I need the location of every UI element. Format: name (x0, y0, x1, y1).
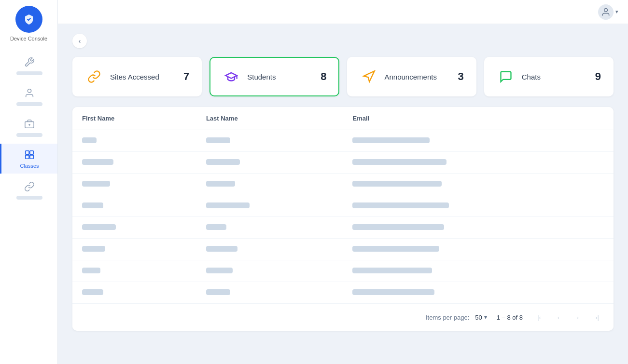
table-cell-first-name (72, 174, 196, 195)
items-per-page-selector[interactable]: 50 ▾ (475, 314, 487, 321)
data-table: First Name Last Name Email (72, 107, 614, 303)
table-body (72, 130, 614, 304)
students-label: Students (247, 73, 314, 81)
students-value: 8 (321, 70, 326, 83)
topbar-chevron-icon[interactable]: ▾ (615, 9, 618, 15)
table-cell-first-name (72, 130, 196, 152)
sites-accessed-label: Sites Accessed (110, 73, 177, 81)
col-email: Email (343, 107, 614, 130)
col-last-name: Last Name (196, 107, 343, 130)
pagination-bar: Items per page: 50 ▾ 1 – 8 of 8 |‹ ‹ › ›… (72, 303, 614, 331)
last-page-button[interactable]: ›| (590, 310, 604, 324)
table-cell-last-name (196, 282, 343, 304)
skeleton-email (352, 137, 430, 143)
skeleton-email (352, 224, 444, 230)
skeleton-email (352, 159, 447, 165)
announcements-value: 3 (458, 70, 464, 83)
skeleton-last-name (206, 224, 226, 230)
skeleton-first-name (82, 137, 97, 143)
sidebar: Device Console (0, 0, 58, 364)
table-row (72, 260, 614, 282)
students-icon (222, 67, 240, 86)
app-logo[interactable] (15, 6, 42, 33)
col-first-name: First Name (72, 107, 196, 130)
table-row (72, 152, 614, 174)
metric-card-sites-accessed[interactable]: Sites Accessed 7 (72, 57, 202, 96)
table-row (72, 239, 614, 260)
users-label-placeholder (16, 102, 42, 106)
skeleton-email (352, 289, 434, 295)
table-cell-email (343, 260, 614, 282)
chats-icon (497, 67, 515, 86)
back-button[interactable]: ‹ (72, 34, 87, 48)
table-cell-last-name (196, 239, 343, 260)
main-content: ▾ ‹ Sites Accessed 7 (58, 0, 628, 364)
tools-icon (23, 56, 36, 68)
links-label-placeholder (16, 196, 42, 200)
table-cell-first-name (72, 152, 196, 174)
table-cell-first-name (72, 239, 196, 260)
table-cell-email (343, 152, 614, 174)
table-row (72, 174, 614, 195)
metric-card-announcements[interactable]: Announcements 3 (347, 57, 476, 96)
skeleton-last-name (206, 202, 250, 208)
metric-cards-row: Sites Accessed 7 Students 8 (72, 57, 614, 96)
pagination-range: 1 – 8 of 8 (497, 314, 523, 321)
sites-accessed-icon (85, 67, 103, 86)
skeleton-email (352, 246, 439, 252)
svg-rect-7 (26, 155, 29, 159)
first-page-button[interactable]: |‹ (532, 310, 546, 324)
page-content: ‹ Sites Accessed 7 (58, 24, 628, 364)
table-row (72, 195, 614, 217)
table-cell-email (343, 130, 614, 152)
skeleton-first-name (82, 246, 105, 252)
table-row (72, 217, 614, 239)
sidebar-item-device-group[interactable] (0, 113, 57, 142)
topbar: ▾ (58, 0, 628, 24)
svg-rect-8 (30, 155, 33, 159)
announcements-label: Announcements (385, 73, 451, 81)
app-name: Device Console (10, 36, 47, 41)
classes-icon (23, 148, 36, 161)
skeleton-last-name (206, 159, 240, 165)
sidebar-item-classes[interactable]: Classes (0, 144, 57, 174)
metric-card-students[interactable]: Students 8 (209, 57, 339, 96)
skeleton-email (352, 268, 432, 273)
table-cell-email (343, 174, 614, 195)
skeleton-last-name (206, 268, 233, 273)
prev-page-button[interactable]: ‹ (552, 310, 565, 324)
metric-card-chats[interactable]: Chats 9 (484, 57, 614, 96)
sidebar-item-links[interactable] (0, 175, 57, 204)
table-cell-first-name (72, 217, 196, 239)
next-page-button[interactable]: › (571, 310, 585, 324)
table-cell-last-name (196, 195, 343, 217)
skeleton-first-name (82, 289, 103, 295)
items-per-page-chevron-icon[interactable]: ▾ (484, 314, 487, 321)
user-avatar[interactable] (598, 4, 614, 20)
items-per-page-label: Items per page: (426, 314, 469, 321)
table-row (72, 130, 614, 152)
skeleton-email (352, 181, 442, 187)
table-cell-last-name (196, 174, 343, 195)
link-icon (23, 180, 36, 193)
skeleton-first-name (82, 202, 103, 208)
device-group-icon (23, 118, 36, 130)
svg-rect-5 (26, 151, 29, 154)
skeleton-last-name (206, 137, 230, 143)
sidebar-item-users[interactable] (0, 82, 57, 111)
table-row (72, 282, 614, 304)
skeleton-email (352, 202, 449, 208)
items-per-page-value: 50 (475, 314, 482, 321)
device-group-label-placeholder (16, 133, 42, 137)
table-cell-first-name (72, 282, 196, 304)
table-cell-last-name (196, 260, 343, 282)
sites-accessed-value: 7 (183, 70, 189, 83)
skeleton-last-name (206, 246, 237, 252)
skeleton-last-name (206, 181, 235, 187)
skeleton-first-name (82, 268, 100, 273)
skeleton-last-name (206, 289, 230, 295)
table-cell-last-name (196, 217, 343, 239)
sidebar-item-tools[interactable] (0, 51, 57, 80)
classes-label: Classes (20, 163, 39, 169)
table-cell-last-name (196, 152, 343, 174)
